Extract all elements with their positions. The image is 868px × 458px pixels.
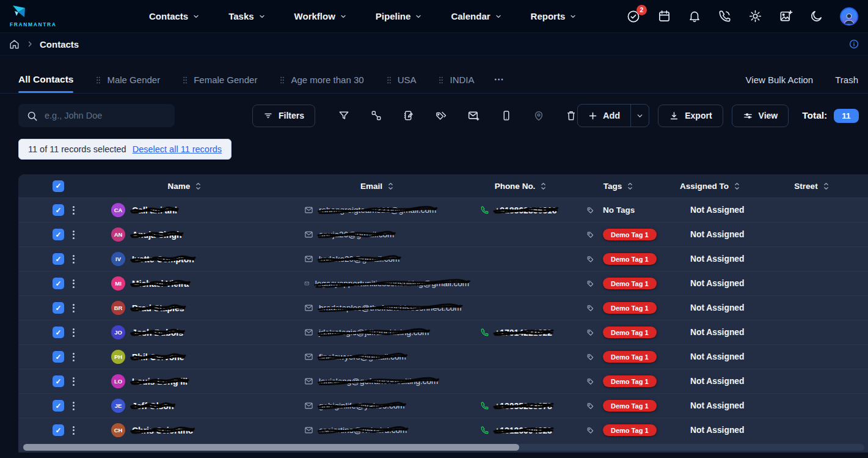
tags-icon[interactable] bbox=[435, 109, 447, 122]
table-row[interactable]: ✓ JE Jeff Olson gobiginlife@yahoo.com +1… bbox=[18, 393, 868, 418]
tag-pill[interactable]: Demo Tag 1 bbox=[603, 253, 657, 265]
row-menu-icon[interactable] bbox=[62, 206, 84, 215]
email-cell[interactable]: csciortino@rwbaird.com bbox=[286, 426, 469, 435]
delete-icon[interactable] bbox=[565, 109, 577, 122]
calendar-icon[interactable] bbox=[657, 9, 671, 23]
table-row[interactable]: ✓ CH Chris Sciortino csciortino@rwbaird.… bbox=[18, 418, 868, 442]
column-header[interactable]: Phone No. bbox=[469, 182, 573, 191]
table-row[interactable]: ✓ AN Anuja Singh anuja26@gmail.com Demo … bbox=[18, 222, 868, 246]
tab-all-contacts[interactable]: All Contacts bbox=[18, 74, 73, 93]
settings-gear-icon[interactable] bbox=[748, 9, 762, 23]
filter-tab[interactable]: Age more than 30 bbox=[279, 75, 363, 93]
filters-button[interactable]: Filters bbox=[252, 105, 315, 127]
view-bulk-action-link[interactable]: View Bulk Action bbox=[746, 75, 814, 85]
name-cell[interactable]: IV Ivette Compton bbox=[84, 252, 286, 266]
table-row[interactable]: ✓ IV Ivette Compton luvlake20@gmail.com … bbox=[18, 246, 868, 271]
tabs-more-button[interactable]: ⋯ bbox=[494, 73, 505, 93]
info-icon[interactable] bbox=[848, 39, 859, 50]
dark-mode-moon-icon[interactable] bbox=[809, 9, 823, 23]
email-cell[interactable]: louislong@gofranconsulting.com bbox=[286, 377, 469, 386]
horizontal-scrollbar[interactable] bbox=[23, 444, 864, 451]
tags-cell[interactable]: Demo Tag 1 bbox=[573, 302, 665, 314]
column-header[interactable]: Email bbox=[286, 182, 469, 191]
tags-cell[interactable]: No Tags bbox=[573, 205, 665, 215]
column-header[interactable]: Street bbox=[756, 182, 868, 191]
name-cell[interactable]: MI Michael Vieira bbox=[84, 276, 286, 290]
filter-tab[interactable]: INDIA bbox=[437, 75, 474, 93]
table-row[interactable]: ✓ LO Louis Long iii louislong@gofrancons… bbox=[18, 369, 868, 393]
nav-menu-item[interactable]: Workflow bbox=[294, 11, 347, 21]
row-menu-icon[interactable] bbox=[62, 377, 84, 386]
nav-menu-item[interactable]: Pipeline bbox=[376, 11, 423, 21]
tags-cell[interactable]: Demo Tag 1 bbox=[573, 424, 665, 436]
name-cell[interactable]: LO Louis Long iii bbox=[84, 374, 286, 388]
filter-tab[interactable]: Male Gender bbox=[95, 75, 160, 93]
column-header[interactable]: Assigned To bbox=[665, 182, 756, 191]
tag-pill[interactable]: Demo Tag 1 bbox=[603, 278, 657, 289]
row-menu-icon[interactable] bbox=[62, 328, 84, 337]
brand-logo[interactable]: FRANMANTRA bbox=[0, 5, 122, 28]
phone-cell[interactable]: +13035233978 bbox=[469, 401, 573, 411]
email-cell[interactable]: rohangreigteam321@gmail.com bbox=[286, 205, 469, 215]
phone-cell[interactable]: +17014221022 bbox=[469, 328, 573, 338]
row-menu-icon[interactable] bbox=[62, 353, 84, 361]
nav-menu-item[interactable]: Contacts bbox=[149, 11, 200, 21]
name-cell[interactable]: AN Anuja Singh bbox=[84, 227, 286, 242]
name-cell[interactable]: CA Call ani ani bbox=[84, 203, 286, 217]
name-cell[interactable]: BR Brad Staples bbox=[84, 301, 286, 315]
phone-cell[interactable]: +918862856316 bbox=[469, 205, 573, 215]
name-cell[interactable]: PH Phil Cervone bbox=[84, 350, 286, 364]
tag-pill[interactable]: Demo Tag 1 bbox=[603, 351, 657, 363]
name-cell[interactable]: JO Josh Dubois bbox=[84, 325, 286, 339]
email-cell[interactable]: bradstaples@thefranchiseconnect.com bbox=[286, 303, 469, 312]
nav-menu-item[interactable]: Reports bbox=[531, 11, 577, 21]
name-cell[interactable]: JE Jeff Olson bbox=[84, 399, 286, 413]
tags-cell[interactable]: Demo Tag 1 bbox=[573, 327, 665, 338]
tags-cell[interactable]: Demo Tag 1 bbox=[573, 229, 665, 240]
row-menu-icon[interactable] bbox=[62, 231, 84, 239]
tags-cell[interactable]: Demo Tag 1 bbox=[573, 278, 665, 289]
filter-tab[interactable]: USA bbox=[385, 75, 417, 93]
tag-pill[interactable]: Demo Tag 1 bbox=[603, 375, 657, 387]
email-cell[interactable]: gobiginlife@yahoo.com bbox=[286, 401, 469, 410]
mobile-icon[interactable] bbox=[500, 109, 512, 122]
deselect-all-link[interactable]: Deselect all 11 records bbox=[133, 144, 222, 154]
nav-menu-item[interactable]: Calendar bbox=[451, 11, 501, 21]
tag-pill[interactable]: Demo Tag 1 bbox=[603, 424, 657, 436]
row-menu-icon[interactable] bbox=[62, 426, 84, 435]
add-button[interactable]: Add bbox=[577, 104, 649, 127]
phone-cell[interactable]: +13126094323 bbox=[469, 426, 573, 435]
email-cell[interactable]: legacyopportunitiesconsulting@gmail.com bbox=[286, 279, 469, 288]
email-cell[interactable]: luvlake20@gmail.com bbox=[286, 254, 469, 264]
select-all-checkbox[interactable]: ✓ bbox=[53, 180, 64, 192]
tag-pill[interactable]: Demo Tag 1 bbox=[603, 229, 657, 240]
profile-avatar[interactable] bbox=[840, 7, 858, 26]
column-header[interactable]: Tags bbox=[573, 182, 665, 191]
table-row[interactable]: ✓ BR Brad Staples bradstaples@thefranchi… bbox=[18, 295, 868, 320]
table-row[interactable]: ✓ PH Phil Cervone finelawyers@gmail.com … bbox=[18, 344, 868, 369]
nav-menu-item[interactable]: Tasks bbox=[228, 11, 265, 21]
tags-cell[interactable]: Demo Tag 1 bbox=[573, 400, 665, 412]
image-add-icon[interactable] bbox=[779, 9, 793, 23]
add-dropdown-caret[interactable] bbox=[630, 105, 649, 127]
mail-add-icon[interactable] bbox=[467, 109, 480, 122]
tags-cell[interactable]: Demo Tag 1 bbox=[573, 375, 665, 387]
row-menu-icon[interactable] bbox=[62, 255, 84, 264]
bell-icon[interactable] bbox=[688, 9, 701, 23]
filter-tab[interactable]: Female Gender bbox=[181, 75, 257, 93]
trash-link[interactable]: Trash bbox=[835, 75, 858, 85]
tag-pill[interactable]: Demo Tag 1 bbox=[603, 400, 657, 412]
tasks-check-icon[interactable]: 2 bbox=[626, 9, 641, 24]
tags-cell[interactable]: Demo Tag 1 bbox=[573, 253, 665, 265]
search-input[interactable] bbox=[45, 111, 167, 120]
column-header[interactable]: Name bbox=[84, 182, 286, 191]
row-menu-icon[interactable] bbox=[62, 304, 84, 312]
tag-pill[interactable]: Demo Tag 1 bbox=[603, 302, 657, 314]
tags-cell[interactable]: Demo Tag 1 bbox=[573, 351, 665, 363]
email-cell[interactable]: anuja26@gmail.com bbox=[286, 230, 469, 239]
table-row[interactable]: ✓ CA Call ani ani rohangreigteam321@gmai… bbox=[18, 198, 868, 222]
view-button[interactable]: View bbox=[732, 105, 789, 127]
name-cell[interactable]: CH Chris Sciortino bbox=[84, 423, 286, 437]
search-box[interactable] bbox=[18, 104, 175, 127]
calls-icon[interactable] bbox=[718, 9, 732, 23]
